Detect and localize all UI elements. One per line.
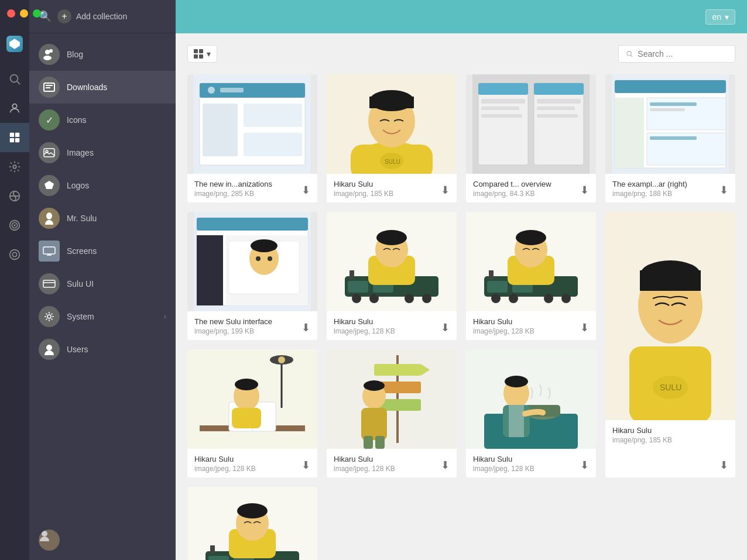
sidebar-item-blog-label: Blog [67, 50, 166, 59]
svg-rect-46 [220, 88, 244, 92]
system-expand-arrow[interactable]: › [164, 312, 166, 321]
media-thumb [187, 487, 317, 560]
media-card-title: Hikaru Sulu [334, 455, 450, 463]
current-user-avatar[interactable] [39, 530, 60, 551]
svg-rect-133 [364, 436, 373, 449]
download-button[interactable]: ⬇ [441, 459, 450, 472]
sidebar-item-sulu-ui[interactable]: Sulu UI [29, 267, 176, 300]
search-bar[interactable] [618, 45, 735, 63]
sidebar-item-screens[interactable]: Screens [29, 235, 176, 267]
download-button[interactable]: ⬇ [719, 184, 728, 197]
svg-rect-55 [478, 83, 528, 165]
sidebar-item-blog[interactable]: Blog [29, 38, 176, 71]
svg-rect-73 [650, 136, 697, 140]
svg-point-12 [14, 225, 15, 226]
svg-text:SULU: SULU [660, 383, 681, 392]
svg-point-100 [491, 294, 501, 303]
sidebar-item-screens-label: Screens [67, 246, 166, 256]
system-avatar [39, 306, 60, 327]
media-card-meta: image/png, 285 KB [194, 190, 310, 198]
media-card[interactable]: SULU Hikaru Sulu image/png, 185 KB ⬇ [327, 74, 457, 202]
svg-rect-150 [210, 545, 215, 554]
download-button[interactable]: ⬇ [301, 321, 310, 334]
media-card[interactable]: Hikaru Sulu image/jpeg, 128 KB ⬇ [327, 349, 457, 477]
sidebar-item-mrsulu[interactable]: Mr. Sulu [29, 202, 176, 235]
download-button[interactable]: ⬇ [719, 459, 728, 472]
globe-nav-icon[interactable] [0, 181, 29, 211]
sidebar-item-users[interactable]: Users [29, 333, 176, 366]
media-thumb [187, 212, 317, 311]
view-toggle-button[interactable]: ▾ [187, 45, 217, 63]
media-card[interactable]: The new in...anizations image/png, 285 K… [187, 74, 317, 202]
sidebar-item-icons[interactable]: ✓ Icons [29, 104, 176, 136]
settings-nav-icon[interactable] [0, 152, 29, 181]
media-card[interactable]: Compared t... overview image/png, 84.3 K… [466, 74, 596, 202]
media-card-info: The new in...anizations image/png, 285 K… [187, 174, 317, 202]
media-card-title: Hikaru Sulu [473, 455, 589, 463]
svg-rect-28 [43, 280, 55, 287]
svg-point-8 [13, 165, 16, 169]
media-card[interactable]: The exampl...ar (right) image/png, 188 K… [605, 74, 735, 202]
svg-rect-63 [537, 106, 575, 110]
content-toolbar: ▾ [187, 45, 735, 63]
maximize-button[interactable] [33, 9, 41, 18]
media-card[interactable]: Hikaru Sulu image/jpeg, 128 KB ⬇ [327, 212, 457, 340]
close-button[interactable] [7, 9, 15, 18]
media-card-meta: image/jpeg, 128 KB [334, 327, 450, 335]
svg-point-13 [10, 250, 20, 260]
sidebar-item-images[interactable]: Images [29, 136, 176, 169]
add-collection-button[interactable]: + Add collection [57, 9, 127, 23]
sidebar-item-system[interactable]: System › [29, 300, 176, 333]
svg-point-131 [364, 380, 385, 391]
svg-point-31 [46, 345, 52, 351]
language-selector[interactable]: en ▾ [705, 9, 735, 25]
media-card-info: Hikaru Sulu image/png, 185 KB [327, 174, 457, 202]
view-toggle-arrow: ▾ [207, 49, 211, 59]
media-card[interactable]: Hikaru Sulu image/jpeg, 128 KB ⬇ [466, 349, 596, 477]
search-input[interactable] [638, 49, 728, 59]
download-button[interactable]: ⬇ [441, 184, 450, 197]
media-card[interactable]: mrsulu-train image/jpeg, 128 KB ⬇ [187, 487, 317, 560]
media-card-meta: image/png, 188 KB [612, 190, 728, 198]
media-thumb [187, 74, 317, 174]
add-collection-label: Add collection [76, 12, 127, 21]
search-nav-icon[interactable] [0, 64, 29, 94]
lang-dropdown-icon: ▾ [725, 12, 729, 22]
media-card-info: Hikaru Sulu image/jpeg, 128 KB [327, 311, 457, 340]
minimize-button[interactable] [20, 9, 28, 18]
download-button[interactable]: ⬇ [580, 459, 589, 472]
svg-rect-64 [537, 114, 578, 118]
media-card-info: Hikaru Sulu image/jpeg, 128 KB [466, 311, 596, 340]
download-button[interactable]: ⬇ [441, 321, 450, 334]
sidebar-item-downloads[interactable]: Downloads [29, 71, 176, 104]
media-card[interactable]: The new Sulu interface image/png, 199 KB… [187, 212, 317, 340]
sidebar-item-sulu-ui-label: Sulu UI [67, 279, 166, 288]
target-nav-icon[interactable] [0, 211, 29, 240]
media-thumb [466, 212, 596, 311]
svg-rect-56 [534, 83, 584, 165]
download-button[interactable]: ⬇ [301, 184, 310, 197]
svg-rect-76 [197, 218, 308, 231]
media-card[interactable]: Hikaru Sulu image/jpeg, 128 KB ⬇ [187, 349, 317, 477]
media-nav-icon[interactable] [0, 123, 29, 152]
media-card[interactable]: Hikaru Sulu image/jpeg, 128 KB ⬇ [466, 212, 596, 340]
contacts-nav-icon[interactable] [0, 94, 29, 123]
logo-icon [0, 29, 29, 59]
svg-point-83 [268, 256, 272, 261]
download-button[interactable]: ⬇ [301, 459, 310, 472]
svg-point-37 [627, 51, 631, 56]
svg-rect-68 [615, 98, 644, 168]
logos-avatar [39, 175, 60, 196]
media-card-meta: image/jpeg, 128 KB [334, 465, 450, 473]
media-card-meta: image/jpeg, 128 KB [473, 465, 589, 473]
lang-label: en [712, 12, 721, 22]
download-button[interactable]: ⬇ [580, 321, 589, 334]
svg-point-45 [208, 87, 215, 94]
download-button[interactable]: ⬇ [580, 184, 589, 197]
media-card-title: The exampl...ar (right) [612, 180, 728, 188]
svg-point-88 [369, 294, 379, 303]
media-card[interactable]: SULU Hikaru Sulu image/png, 185 KB ⬇ [605, 212, 735, 477]
svg-rect-34 [199, 49, 203, 53]
sidebar-item-logos[interactable]: Logos [29, 169, 176, 202]
secondary-target-icon[interactable] [0, 240, 29, 269]
